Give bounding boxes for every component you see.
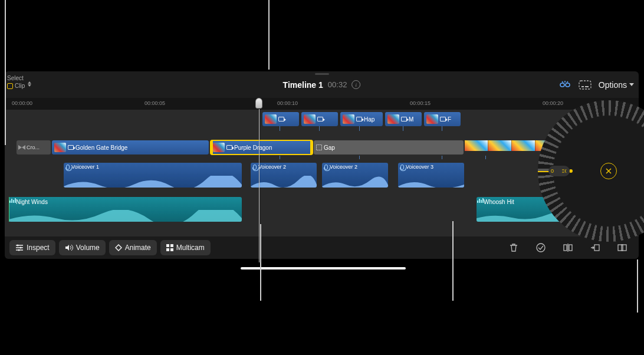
multicam-button[interactable]: Multicam — [160, 240, 211, 255]
connected-clip[interactable]: Hap — [340, 112, 383, 126]
drag-handle[interactable] — [315, 73, 329, 75]
primary-clip[interactable]: Golden Gate Bridge — [52, 140, 209, 155]
trim-handle-left[interactable] — [211, 140, 213, 155]
gap-clip[interactable]: Gap — [314, 140, 464, 155]
mic-icon — [253, 165, 257, 170]
connected-clip[interactable] — [301, 112, 338, 126]
video-icon — [401, 117, 407, 121]
select-mode-area: Select Clip — [7, 75, 31, 90]
ruler-tc: 00:00:10 — [277, 100, 298, 106]
svg-point-9 — [17, 245, 19, 246]
timeline-title: Timeline 1 — [283, 80, 323, 90]
mic-icon — [400, 165, 404, 170]
svg-line-3 — [562, 81, 563, 83]
connected-clip[interactable]: M — [385, 112, 422, 126]
trim-handle-right[interactable] — [310, 140, 313, 155]
svg-rect-1 — [566, 83, 570, 87]
svg-rect-17 — [564, 245, 567, 251]
svg-rect-22 — [622, 245, 626, 251]
gap-icon — [316, 144, 322, 150]
magnetic-link-icon[interactable] — [558, 80, 571, 90]
playhead-line — [259, 109, 259, 262]
svg-point-16 — [537, 244, 545, 252]
voiceover-clip[interactable]: Voiceover 2 — [322, 163, 388, 188]
svg-rect-7 — [585, 86, 589, 87]
transition-icon — [18, 145, 25, 150]
svg-rect-20 — [594, 245, 599, 251]
mic-icon — [66, 165, 70, 170]
options-label: Options — [599, 80, 627, 90]
callout-line — [260, 224, 261, 301]
nudge-frames-pill[interactable]: 0 — [548, 166, 570, 176]
voiceover-clip[interactable]: Voiceover 2 — [251, 163, 317, 188]
svg-rect-14 — [166, 248, 169, 251]
svg-rect-18 — [569, 245, 572, 251]
callout-line — [637, 259, 638, 313]
voiceover-clip[interactable]: Voiceover 3 — [398, 163, 464, 188]
home-indicator — [241, 267, 406, 269]
enable-button[interactable] — [529, 242, 553, 253]
video-icon — [226, 145, 232, 150]
callout-line — [268, 0, 270, 70]
svg-rect-21 — [618, 245, 623, 251]
animate-button[interactable]: Animate — [109, 240, 157, 255]
timeline-timecode: 00:32 — [328, 80, 347, 89]
callout-line — [5, 0, 6, 145]
clip-mode-icon — [7, 83, 13, 89]
video-icon — [317, 117, 323, 121]
connected-clip[interactable]: F — [424, 112, 461, 126]
audio-icon — [477, 197, 484, 204]
ruler-tc: 00:00:15 — [410, 100, 431, 106]
svg-line-4 — [567, 81, 568, 83]
svg-rect-6 — [581, 86, 584, 87]
callout-line — [452, 221, 454, 301]
select-label: Select — [7, 75, 31, 81]
video-icon — [68, 145, 74, 150]
options-button[interactable]: Options — [599, 80, 634, 90]
ruler-tc: 00:00:05 — [144, 100, 165, 106]
svg-rect-8 — [317, 145, 322, 150]
audio-icon — [9, 197, 16, 204]
insert-button[interactable] — [583, 242, 607, 253]
svg-rect-12 — [166, 244, 169, 247]
svg-point-10 — [20, 247, 22, 249]
split-button[interactable] — [556, 242, 580, 253]
video-icon — [278, 117, 284, 121]
marker — [9, 197, 9, 222]
svg-rect-5 — [579, 81, 591, 89]
svg-rect-0 — [560, 83, 564, 87]
time-ruler[interactable]: 00:00:00 00:00:05 00:00:10 00:00:15 00:0… — [5, 98, 639, 110]
chevron-down-icon — [629, 83, 634, 86]
music-clip[interactable]: Night Winds — [9, 197, 242, 222]
ruler-tc: 00:00:00 — [12, 100, 32, 106]
bottom-toolbar: Inspect Volume Animate Multicam — [5, 236, 639, 259]
primary-clip-selected[interactable]: Purple Dragon — [211, 140, 313, 155]
cc-icon[interactable] — [579, 80, 592, 90]
playhead[interactable] — [255, 98, 262, 109]
overwrite-button[interactable] — [610, 242, 634, 253]
video-icon — [440, 117, 446, 121]
inspect-button[interactable]: Inspect — [9, 240, 55, 255]
clip-mode-button[interactable]: Clip — [7, 83, 31, 89]
connected-clip[interactable] — [262, 112, 299, 126]
close-jog-button[interactable] — [600, 163, 617, 179]
svg-rect-13 — [170, 244, 173, 247]
delete-button[interactable] — [502, 242, 525, 253]
ruler-tc: 00:00:20 — [543, 100, 563, 106]
voiceover-clip[interactable]: Voiceover 1 — [64, 163, 242, 188]
transition-clip[interactable]: Cro... — [17, 140, 51, 155]
svg-rect-15 — [170, 248, 173, 251]
svg-point-11 — [18, 249, 20, 251]
mic-icon — [324, 165, 328, 170]
timeline-header: Select Clip Timeline 1 00:32 i Options — [5, 71, 639, 98]
clip-mode-label: Clip — [15, 83, 25, 89]
info-icon[interactable]: i — [351, 80, 360, 89]
header-center: Timeline 1 00:32 i — [283, 80, 361, 90]
video-icon — [356, 117, 362, 121]
volume-button[interactable]: Volume — [59, 240, 106, 255]
